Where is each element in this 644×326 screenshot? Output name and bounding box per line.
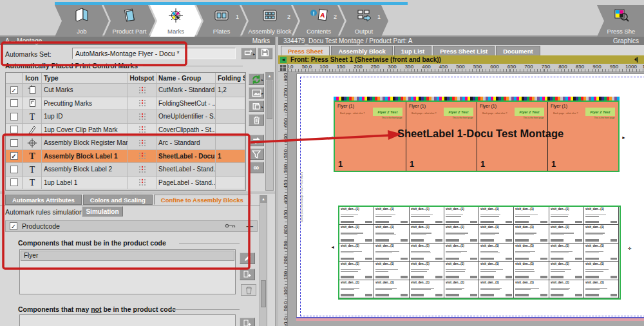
visit-card-one-up[interactable]: visit_den...(1) — [514, 244, 549, 262]
table-row-assembly-block-label-1[interactable]: ✓TAssembly Block Label 1SheetLabel - Doc… — [6, 150, 245, 164]
edit-component-button[interactable] — [240, 253, 255, 264]
visit-card-one-up[interactable]: visit_den...(1) — [514, 207, 549, 225]
visit-card-one-up[interactable]: visit_den...(1) — [374, 207, 409, 225]
visit-card-one-up[interactable]: visit_den...(1) — [374, 280, 409, 298]
visit-card-one-up[interactable]: visit_den...(1) — [549, 244, 584, 262]
workflow-step-plates[interactable]: 1Plates — [196, 5, 247, 37]
visit-card-one-up[interactable]: visit_den...(1) — [444, 225, 479, 243]
flyer-one-up[interactable]: Flyer (1)Back page - what else ?Flyer 2 … — [335, 102, 406, 171]
panel-splitter[interactable]: ⋯⋯⋯ — [0, 191, 275, 194]
visit-card-one-up[interactable]: visit_den...(1) — [584, 244, 619, 262]
productcode-rule-bar[interactable]: ✓ Productcode — — [5, 220, 258, 232]
checkbox-cell[interactable]: ✓ — [6, 150, 23, 163]
visit-card-one-up[interactable]: visit_den...(1) — [339, 280, 374, 298]
visit-card-one-up[interactable]: visit_den...(1) — [410, 262, 444, 280]
visit-card-one-up[interactable]: visit_den...(1) — [410, 207, 444, 225]
tab-document[interactable]: Document — [496, 46, 540, 56]
productcode-checkbox[interactable]: ✓ — [10, 222, 17, 230]
visit-card-one-up[interactable]: visit_den...(1) — [514, 262, 549, 280]
tab-press-sheet[interactable]: Press Sheet — [281, 46, 330, 56]
checkbox-cell[interactable] — [6, 137, 23, 149]
tab-assembly-block[interactable]: Assembly Block — [331, 46, 392, 56]
row-checkbox[interactable] — [10, 113, 18, 120]
mark-preview-button[interactable]: ▸ — [249, 87, 264, 99]
visit-card-one-up[interactable]: visit_den...(1) — [584, 262, 619, 280]
sheet-label-mark[interactable]: SheetLabel 1-Docu Test Montage — [397, 128, 564, 140]
visit-card-one-up[interactable]: visit_den...(1) — [549, 207, 584, 225]
pin-icon[interactable] — [225, 222, 236, 230]
visit-card-one-up[interactable]: visit_den...(1) — [410, 225, 444, 243]
tab-press-sheet-list[interactable]: Press Sheet List — [433, 46, 495, 56]
mark-resources-button[interactable]: ▸ — [249, 101, 264, 112]
workflow-step-press-sheet-inspection[interactable]: Press She — [597, 5, 644, 37]
row-checkbox[interactable] — [10, 139, 18, 147]
delete-component-button[interactable] — [241, 284, 256, 296]
visit-card-one-up[interactable]: visit_den...(1) — [410, 280, 444, 298]
simulation-button[interactable]: Simulation — [82, 206, 123, 216]
table-row-cut-marks[interactable]: ✓Cut MarksCutMark - Standard1,2 — [6, 84, 245, 97]
visit-card-one-up[interactable]: visit_den...(1) — [374, 225, 409, 243]
visit-card-one-up[interactable]: visit_den...(1) — [444, 262, 479, 280]
visit-card-one-up[interactable]: visit_den...(1) — [514, 280, 549, 298]
table-row-1up-cover-clip-path-mark[interactable]: 1up Cover Clip Path MarkCoverClippath - … — [6, 124, 245, 137]
visit-card-one-up[interactable]: visit_den...(1) — [479, 244, 514, 262]
view-switch-icon[interactable]: ⏴▏ — [634, 57, 642, 63]
visit-card-one-up[interactable]: visit_den...(1) — [339, 244, 374, 262]
table-row-assembly-block-register-marks[interactable]: Assembly Block Register MarksArc - Stand… — [6, 137, 245, 150]
row-checkbox[interactable]: ✓ — [10, 152, 18, 160]
visit-card-one-up[interactable]: visit_den...(1) — [584, 207, 619, 225]
visit-card-one-up[interactable]: visit_den...(1) — [514, 225, 549, 243]
refresh-marks-button[interactable]: ▸ — [249, 73, 264, 85]
must-not-components-list[interactable] — [19, 314, 236, 326]
table-row-1up-label-1[interactable]: T1up Label 1PageLabel - Stand... — [6, 177, 245, 190]
visit-card-one-up[interactable]: visit_den...(1) — [549, 280, 584, 298]
must-components-list[interactable]: Flyer — [19, 249, 236, 294]
visit-card-one-up[interactable]: visit_den...(1) — [479, 280, 514, 298]
table-row-1up-id[interactable]: T1up IDOneUpIdentifier - S... — [6, 110, 245, 124]
visit-card-one-ups[interactable]: visit_den...(1)visit_den...(1)visit_den.… — [338, 206, 621, 300]
visit-card-one-up[interactable]: visit_den...(1) — [479, 225, 514, 243]
row-checkbox[interactable] — [10, 166, 18, 173]
add-excluded-component-button[interactable] — [240, 318, 255, 326]
automarks-set-input[interactable] — [72, 48, 236, 59]
visit-card-one-up[interactable]: visit_den...(1) — [374, 262, 409, 280]
workflow-step-marks[interactable]: Marks — [150, 5, 202, 37]
visit-card-one-up[interactable]: visit_den...(1) — [584, 280, 619, 298]
table-row-precutting-marks[interactable]: Precutting MarksFoldingSheetCut - ... — [6, 97, 245, 111]
marks-table-scrollbar[interactable]: ▲ — [265, 72, 274, 191]
workflow-step-product-part[interactable]: Product Part — [104, 5, 155, 37]
automarks-cycle-button[interactable]: ▸ — [241, 48, 256, 59]
tab-1up-list[interactable]: 1up List — [394, 46, 431, 56]
row-checkbox[interactable] — [10, 126, 18, 133]
automarks-save-button[interactable] — [258, 48, 272, 59]
row-checkbox[interactable]: ✓ — [10, 86, 18, 94]
add-component-button[interactable] — [240, 269, 255, 280]
visit-card-one-up[interactable]: visit_den...(1) — [444, 280, 479, 298]
collapse-minus-icon[interactable]: — — [247, 222, 254, 230]
visit-card-one-up[interactable]: visit_den...(1) — [479, 207, 514, 225]
checkbox-cell[interactable] — [6, 97, 23, 110]
rules-scrollbar[interactable]: ▲ — [260, 195, 267, 326]
visit-card-one-up[interactable]: visit_den...(1) — [339, 207, 374, 225]
row-checkbox[interactable] — [10, 99, 18, 107]
row-checkbox[interactable] — [10, 178, 18, 186]
link-marks-button[interactable]: ∞ — [249, 162, 264, 173]
workflow-step-assembly-block[interactable]: 2Assembly Block — [242, 5, 298, 37]
visit-card-one-up[interactable]: visit_den...(1) — [584, 225, 619, 243]
visit-card-one-up[interactable]: visit_den...(1) — [549, 225, 584, 243]
visit-card-one-up[interactable]: visit_den...(1) — [549, 262, 584, 280]
visit-card-one-up[interactable]: visit_den...(1) — [444, 244, 479, 262]
visit-card-one-up[interactable]: visit_den...(1) — [339, 225, 374, 243]
filter-marks-button[interactable] — [249, 148, 264, 160]
checkbox-cell[interactable] — [6, 110, 23, 123]
checkbox-cell[interactable] — [6, 177, 23, 189]
scroll-thumb[interactable] — [267, 81, 272, 119]
visit-card-one-up[interactable]: visit_den...(1) — [374, 244, 409, 262]
checkbox-cell[interactable]: ✓ — [6, 84, 23, 97]
swap-marks-button[interactable] — [249, 135, 264, 146]
tab-confine-to-assembly-blocks[interactable]: Confine to Assembly Blocks — [154, 195, 251, 205]
ruler-origin-button[interactable] — [278, 64, 288, 72]
workflow-step-contents[interactable]: !A2Contents — [293, 5, 345, 37]
scroll-up-icon[interactable]: ▲ — [266, 73, 273, 80]
checkbox-cell[interactable] — [6, 124, 23, 137]
